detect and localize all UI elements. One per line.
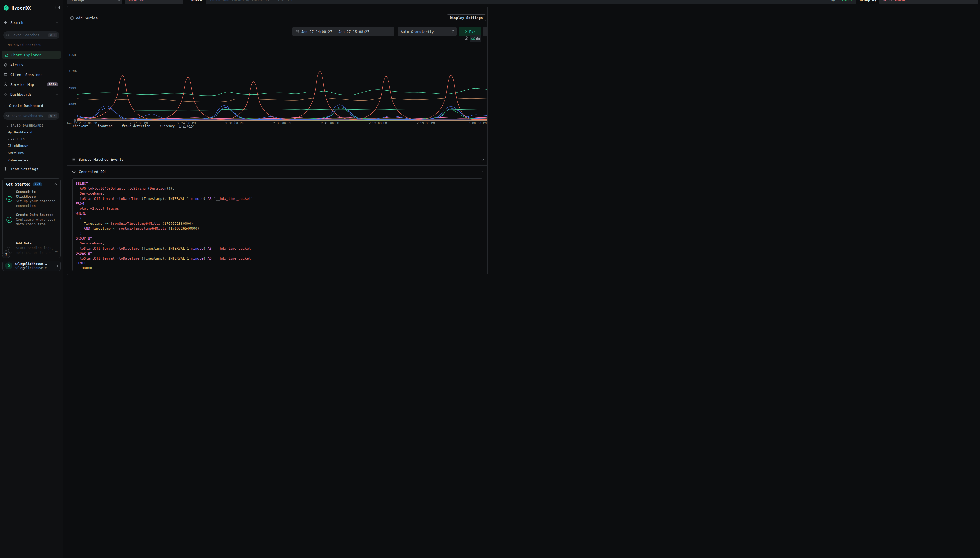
saved-dashboards-field[interactable] xyxy=(11,114,47,118)
y-axis-label: 800M xyxy=(63,86,76,90)
search-icon xyxy=(6,33,10,37)
sql-line: ) xyxy=(75,231,482,236)
divider xyxy=(67,153,487,153)
saved-dashboards-input[interactable]: ⌘ K xyxy=(3,112,59,120)
sidebar-item-service-map[interactable]: Service Map BETA xyxy=(0,81,63,88)
sidebar-item-team-settings[interactable]: Team Settings xyxy=(0,166,63,172)
timeseries-chart[interactable] xyxy=(76,55,487,123)
user-account-button[interactable]: D dale@clickhouse.… dale@clickhouse.c… xyxy=(2,261,61,271)
play-icon xyxy=(464,30,467,33)
x-axis-label: 2:45:00 PM xyxy=(321,121,339,125)
sample-matched-events-row[interactable]: Sample Matched Events xyxy=(67,156,487,162)
legend-more-link[interactable]: +12 more xyxy=(179,124,194,128)
sidebar-item-services[interactable]: Services xyxy=(8,151,24,155)
series-fraud-detection xyxy=(77,71,487,120)
legend-item-frontend[interactable]: frontend xyxy=(92,124,112,128)
arrow-right-icon[interactable]: → xyxy=(55,249,57,253)
user-name: dale@clickhouse.… xyxy=(15,262,47,266)
main-content: Average Where SQL | Lucene Group By Add … xyxy=(63,0,490,279)
sidebar-item-my-dashboard[interactable]: My Dashboard xyxy=(8,130,32,134)
date-range-picker[interactable]: Jan 27 14:08:27 - Jan 27 15:08:27 xyxy=(292,27,394,36)
brand: HyperDX xyxy=(3,4,60,11)
field-input[interactable] xyxy=(128,0,180,2)
search-events-box[interactable]: SQL | Lucene xyxy=(206,0,490,4)
line-chart-icon[interactable] xyxy=(471,36,475,40)
chevron-up-icon xyxy=(56,21,58,24)
shortcut-badge: ⌘ K xyxy=(49,114,57,118)
saved-searches-field[interactable] xyxy=(11,33,47,37)
series-blue-1 xyxy=(77,105,487,120)
sql-line: AND Timestamp < fromUnixTimestamp64Milli… xyxy=(75,226,482,231)
clock-icon[interactable] xyxy=(464,36,468,40)
section-title: Generated SQL xyxy=(79,170,107,174)
sidebar-item-label: Chart Explorer xyxy=(11,53,41,57)
sidebar-item-dashboards[interactable]: Dashboards xyxy=(0,91,63,98)
avatar: D xyxy=(5,262,12,269)
sql-line: AVG(toFloat64OrDefault (toString (Durati… xyxy=(75,186,482,191)
create-dashboard-button[interactable]: + Create Dashboard xyxy=(0,102,63,109)
generated-sql-row[interactable]: Generated SQL xyxy=(67,169,487,175)
sql-line: LIMIT xyxy=(75,261,482,266)
aggregation-value: Average xyxy=(70,0,84,2)
service-map-icon xyxy=(3,82,8,87)
gear-icon xyxy=(3,167,8,171)
sql-line: SELECT xyxy=(75,181,482,186)
saved-searches-input[interactable]: ⌘ K xyxy=(3,31,59,39)
laptop-icon xyxy=(3,72,8,77)
x-axis-label: 2:52:00 PM xyxy=(369,121,387,125)
saved-dashboards-section[interactable]: SAVED DASHBOARDS xyxy=(7,124,44,127)
run-label: Run xyxy=(470,30,476,34)
chevron-down-icon xyxy=(118,0,120,1)
chevron-right-icon xyxy=(56,265,58,267)
circle-plus-icon xyxy=(70,16,74,20)
legend-swatch xyxy=(117,126,120,126)
sidebar-item-label: Client Sessions xyxy=(10,73,43,77)
legend-item-checkout[interactable]: checkout xyxy=(68,124,88,128)
sql-line: ServiceName, xyxy=(75,191,482,196)
get-started-item[interactable]: Create Data Sources Configure where your… xyxy=(6,213,58,226)
legend-item-fraud-detection[interactable]: fraud-detection xyxy=(117,124,151,128)
sidebar-item-search[interactable]: Search xyxy=(0,19,63,26)
shortcut-badge: ⌘ K xyxy=(49,33,57,37)
get-started-item[interactable]: Add Data Start sending logs, metrics, or… xyxy=(16,241,58,255)
legend-item-currency[interactable]: currency xyxy=(154,124,175,128)
query-toolbar: Average Where SQL | Lucene Group By xyxy=(67,0,490,4)
legend-label: currency xyxy=(160,124,175,128)
aggregation-select[interactable]: Average xyxy=(67,0,123,4)
granularity-select[interactable]: Auto Granularity xyxy=(398,27,456,36)
bar-chart-icon[interactable] xyxy=(476,36,480,40)
sql-line: GROUP BY xyxy=(75,236,482,241)
chevron-up-icon xyxy=(56,94,58,96)
help-button[interactable]: ? xyxy=(2,251,10,258)
app-title: HyperDX xyxy=(11,5,31,11)
get-started-item[interactable]: Connect to ClickHouse Set up your databa… xyxy=(6,190,58,208)
granularity-value: Auto Granularity xyxy=(401,30,434,34)
chevron-up-icon[interactable] xyxy=(54,183,57,185)
legend-label: frontend xyxy=(97,124,112,128)
task-desc: Set up your database connection xyxy=(16,199,56,208)
legend-swatch xyxy=(154,126,158,126)
legend-swatch xyxy=(92,126,96,126)
sidebar-item-label: Team Settings xyxy=(10,167,38,171)
user-email: dale@clickhouse.c… xyxy=(15,266,49,270)
display-settings-button[interactable]: Display Settings xyxy=(447,14,486,21)
sidebar-item-client-sessions[interactable]: Client Sessions xyxy=(0,71,63,78)
sidebar-item-label: Service Map xyxy=(10,82,34,87)
beta-badge: BETA xyxy=(47,82,58,86)
hyperdx-logo-icon xyxy=(3,5,9,11)
y-axis-label: 1.2B xyxy=(63,70,76,73)
add-series-button[interactable]: Add Series xyxy=(70,15,98,21)
chevron-down-icon xyxy=(7,138,8,140)
sidebar-collapse-icon[interactable] xyxy=(55,5,60,10)
more-options-button[interactable]: ⋮ xyxy=(483,27,487,36)
sidebar-item-chart-explorer[interactable]: Chart Explorer xyxy=(2,51,61,59)
field-input-box[interactable] xyxy=(125,0,183,4)
where-label: Where xyxy=(191,0,202,4)
presets-section[interactable]: PRESETS xyxy=(7,138,25,141)
sidebar-item-kubernetes[interactable]: Kubernetes xyxy=(8,158,28,162)
sidebar-item-alerts[interactable]: Alerts xyxy=(0,61,63,68)
chart-card: Add Series Display Settings Jan 27 14:08… xyxy=(67,6,488,275)
search-events-input[interactable] xyxy=(208,0,490,2)
calendar-icon xyxy=(295,30,299,33)
sidebar-item-clickhouse[interactable]: ClickHouse xyxy=(8,144,28,148)
